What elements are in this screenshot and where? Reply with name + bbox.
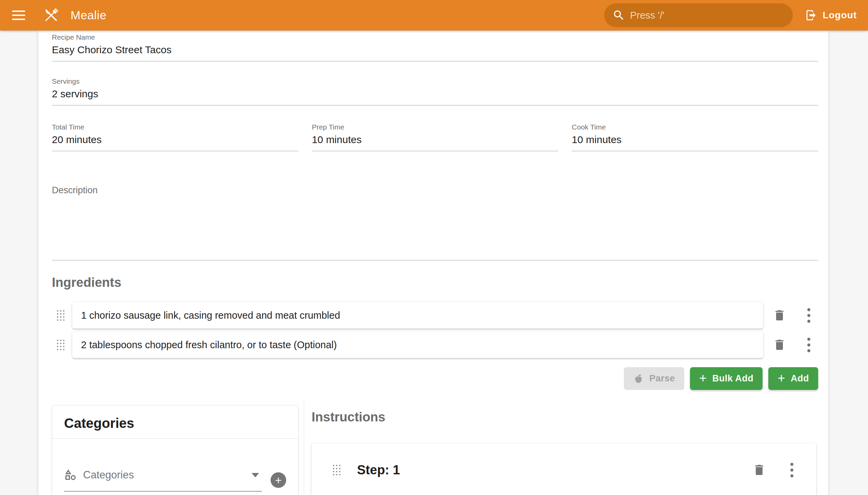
instructions-column: Instructions Step: 1: [304, 399, 818, 495]
shapes-category-icon: [64, 468, 77, 481]
step-drag-handle[interactable]: [328, 462, 345, 478]
step-menu-button[interactable]: [782, 460, 801, 479]
ingredient-drag-handle[interactable]: [53, 307, 69, 323]
recipe-name-field: Recipe Name: [52, 33, 818, 62]
trash-icon: [773, 338, 786, 352]
drag-dots-icon: [56, 309, 65, 321]
servings-field: Servings: [52, 77, 818, 105]
categories-select-placeholder: Categories: [83, 469, 252, 481]
add-label: Add: [791, 373, 809, 384]
trash-icon: [752, 463, 766, 477]
logout-button[interactable]: Logout: [805, 9, 857, 21]
instructions-section-title: Instructions: [311, 410, 818, 425]
step-card: Step: 1 Combine crumbled chorizo and chi…: [311, 443, 816, 495]
ingredient-input[interactable]: [81, 339, 754, 351]
ingredient-menu-button[interactable]: [799, 306, 818, 325]
plus-icon: +: [699, 372, 707, 385]
cook-time-input[interactable]: [572, 131, 818, 151]
step-header: Step: 1: [328, 460, 801, 479]
card-divider: [52, 438, 298, 439]
apple-icon: [633, 373, 644, 384]
bulk-add-button[interactable]: + Bulk Add: [690, 367, 763, 390]
search-field[interactable]: [604, 3, 793, 27]
parse-label: Parse: [649, 373, 675, 384]
kebab-icon: [807, 308, 810, 323]
logout-label: Logout: [822, 10, 857, 21]
search-icon: [612, 9, 625, 22]
recipe-name-label: Recipe Name: [52, 33, 818, 41]
ingredient-drag-handle[interactable]: [53, 337, 69, 353]
drag-dots-icon: [56, 339, 65, 351]
step-title: Step: 1: [357, 463, 400, 477]
ingredient-actions: Parse + Bulk Add + Add: [52, 367, 818, 390]
delete-ingredient-button[interactable]: [770, 306, 789, 325]
parse-button[interactable]: Parse: [624, 367, 684, 390]
search-input[interactable]: [630, 10, 785, 21]
bottom-section: Categories Categories: [52, 399, 818, 495]
plus-icon: +: [275, 474, 282, 486]
cook-time-field: Cook Time: [572, 123, 818, 151]
plus-icon: +: [778, 372, 785, 385]
add-ingredient-button[interactable]: + Add: [768, 367, 818, 390]
logout-icon: [805, 9, 817, 21]
categories-select-row: Categories +: [64, 468, 286, 492]
kebab-icon: [790, 463, 794, 477]
categories-card-title: Categories: [64, 416, 286, 431]
ingredient-text-field: [72, 331, 763, 358]
servings-label: Servings: [52, 77, 818, 85]
prep-time-input[interactable]: [312, 131, 558, 151]
description-field: Description: [52, 185, 818, 260]
chevron-down-icon: [252, 473, 259, 477]
description-textarea[interactable]: [52, 195, 818, 260]
app-title: Mealie: [70, 8, 106, 22]
total-time-input[interactable]: [52, 131, 299, 151]
categories-select[interactable]: Categories: [64, 468, 262, 492]
ingredient-menu-button[interactable]: [799, 335, 818, 354]
prep-time-field: Prep Time: [312, 123, 558, 151]
kebab-icon: [807, 338, 810, 352]
menu-button[interactable]: [12, 6, 31, 25]
delete-step-button[interactable]: [750, 460, 769, 479]
servings-input[interactable]: [52, 85, 818, 105]
hamburger-icon: [12, 11, 25, 12]
delete-ingredient-button[interactable]: [770, 335, 789, 354]
ingredient-row: [52, 331, 818, 358]
categories-card: Categories Categories: [52, 405, 299, 495]
description-label: Description: [52, 185, 818, 195]
ingredient-row: [52, 302, 818, 328]
categories-column: Categories Categories: [52, 399, 304, 495]
total-time-label: Total Time: [52, 123, 299, 131]
prep-time-label: Prep Time: [312, 123, 558, 131]
recipe-editor-card: Recipe Name Servings Total Time Prep Tim…: [38, 31, 828, 495]
ingredient-text-field: [72, 302, 763, 328]
app-bar: Mealie Logout: [0, 0, 868, 31]
cook-time-label: Cook Time: [572, 123, 818, 131]
times-row: Total Time Prep Time Cook Time: [52, 123, 818, 151]
bulk-add-label: Bulk Add: [712, 373, 754, 384]
add-category-button[interactable]: +: [271, 472, 286, 488]
ingredients-section-title: Ingredients: [52, 275, 818, 290]
trash-icon: [773, 309, 786, 322]
fork-knife-logo-icon: [41, 5, 61, 25]
recipe-name-input[interactable]: [52, 41, 818, 61]
total-time-field: Total Time: [52, 123, 299, 151]
ingredient-input[interactable]: [81, 310, 754, 321]
drag-dots-icon: [332, 464, 341, 476]
